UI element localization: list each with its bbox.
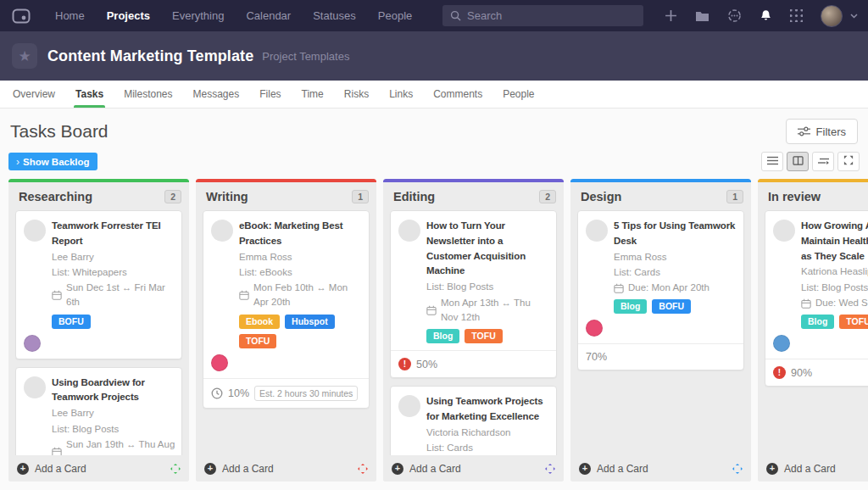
tag-hubspot[interactable]: Hubspot bbox=[285, 315, 335, 329]
board-column-writing: Writing1eBook: Marketing Best PracticesE… bbox=[196, 179, 376, 482]
tasks-board: Researching2Teamwork Forrester TEI Repor… bbox=[8, 179, 860, 482]
title-row: Tasks Board Filters bbox=[8, 115, 860, 144]
nav-item-calendar[interactable]: Calendar bbox=[235, 0, 302, 31]
nav-item-home[interactable]: Home bbox=[44, 0, 96, 31]
tab-files[interactable]: Files bbox=[249, 81, 291, 108]
main-nav: HomeProjectsEverythingCalendarStatusesPe… bbox=[44, 0, 423, 31]
tab-overview[interactable]: Overview bbox=[3, 81, 65, 108]
assignee-placeholder-avatar bbox=[773, 220, 795, 242]
task-card[interactable]: How Growing Agencies Maintain Healthy Ma… bbox=[765, 210, 868, 387]
filters-button[interactable]: Filters bbox=[786, 119, 858, 144]
plus-icon[interactable] bbox=[665, 9, 677, 22]
nav-item-projects[interactable]: Projects bbox=[96, 0, 161, 31]
top-nav: HomeProjectsEverythingCalendarStatusesPe… bbox=[0, 0, 868, 31]
card-dates-text: Due: Wed Sep 30th bbox=[815, 296, 868, 310]
task-card[interactable]: eBook: Marketing Best PracticesEmma Ross… bbox=[203, 210, 370, 409]
task-card[interactable]: 5 Tips for Using Teamwork DeskEmma RossL… bbox=[577, 210, 744, 370]
tag-tofu[interactable]: TOFU bbox=[239, 334, 276, 348]
task-card[interactable]: Teamwork Forrester TEI ReportLee BarryLi… bbox=[15, 210, 182, 359]
card-dates: Sun Dec 1st ↔ Fri Mar 6th bbox=[52, 281, 175, 310]
project-title: Content Marketing Template bbox=[47, 47, 253, 65]
column-header: Researching2 bbox=[8, 182, 189, 210]
user-avatar[interactable] bbox=[821, 5, 843, 27]
search-input[interactable] bbox=[467, 9, 636, 22]
folder-icon[interactable] bbox=[695, 10, 709, 22]
task-card[interactable]: Using Teamwork Projects for Marketing Ex… bbox=[390, 386, 557, 455]
card-body: Using Boardview for Teamwork ProjectsLee… bbox=[52, 376, 175, 455]
alert-icon: ! bbox=[773, 366, 786, 379]
card-dates: Due: Mon Apr 20th bbox=[614, 281, 737, 295]
tag-blog[interactable]: Blog bbox=[614, 299, 647, 314]
content-area: Tasks Board Filters › Show Backlog Resea… bbox=[0, 109, 868, 482]
progress-percent: 70% bbox=[586, 351, 607, 363]
tab-comments[interactable]: Comments bbox=[423, 81, 492, 108]
column-footer: +Add a Card bbox=[8, 455, 189, 482]
nav-item-everything[interactable]: Everything bbox=[161, 0, 235, 31]
calendar-icon bbox=[426, 305, 437, 315]
tag-blog[interactable]: Blog bbox=[426, 329, 459, 343]
task-card[interactable]: Using Boardview for Teamwork ProjectsLee… bbox=[15, 367, 182, 455]
tag-tofu[interactable]: TOFU bbox=[839, 315, 868, 329]
add-card-label: Add a Card bbox=[222, 463, 274, 475]
card-dates-text: Sun Jan 19th ↔ Thu Aug 13th bbox=[66, 437, 175, 455]
card-tags: BOFU bbox=[52, 315, 175, 329]
card-title: How to Turn Your Newsletter into a Custo… bbox=[426, 219, 550, 279]
tag-bofu[interactable]: BOFU bbox=[52, 315, 91, 329]
tag-tofu[interactable]: TOFU bbox=[465, 329, 502, 343]
column-count-badge: 1 bbox=[726, 190, 743, 203]
calendar-icon bbox=[239, 290, 249, 300]
board-column-in-review: In reviewHow Growing Agencies Maintain H… bbox=[758, 179, 868, 482]
column-footer: +Add a Card bbox=[758, 455, 868, 482]
column-title: Writing bbox=[206, 190, 248, 203]
card-title: Teamwork Forrester TEI Report bbox=[52, 219, 175, 249]
tag-blog[interactable]: Blog bbox=[801, 315, 834, 329]
progress-percent: 90% bbox=[791, 367, 812, 379]
move-column-icon[interactable] bbox=[170, 464, 181, 474]
move-column-icon[interactable] bbox=[545, 464, 555, 474]
assignee-placeholder-avatar bbox=[24, 376, 46, 398]
apps-grid-icon[interactable] bbox=[790, 9, 803, 22]
chevron-down-icon[interactable] bbox=[850, 14, 858, 19]
move-column-icon[interactable] bbox=[732, 464, 743, 474]
column-footer: +Add a Card bbox=[570, 455, 751, 482]
card-title: How Growing Agencies Maintain Healthy Ma… bbox=[801, 219, 868, 264]
card-tags: BlogTOFU bbox=[801, 315, 868, 329]
board-view-button[interactable] bbox=[787, 152, 809, 171]
list-view-button[interactable] bbox=[761, 152, 783, 171]
assignee-placeholder-avatar bbox=[398, 220, 420, 242]
add-card-button[interactable]: +Add a Card bbox=[204, 463, 274, 475]
calendar-icon bbox=[52, 447, 62, 455]
chat-icon[interactable] bbox=[727, 8, 742, 23]
global-search[interactable] bbox=[442, 5, 643, 26]
gantt-view-button[interactable] bbox=[812, 152, 834, 171]
tab-risks[interactable]: Risks bbox=[334, 81, 379, 108]
add-card-button[interactable]: +Add a Card bbox=[392, 463, 461, 475]
tag-ebook[interactable]: Ebook bbox=[239, 315, 280, 329]
nav-item-people[interactable]: People bbox=[367, 0, 423, 31]
tab-links[interactable]: Links bbox=[379, 81, 423, 108]
task-card[interactable]: How to Turn Your Newsletter into a Custo… bbox=[390, 210, 557, 378]
tab-messages[interactable]: Messages bbox=[183, 81, 250, 108]
tab-time[interactable]: Time bbox=[292, 81, 334, 108]
card-body: Teamwork Forrester TEI ReportLee BarryLi… bbox=[52, 219, 175, 329]
card-dates: Sun Jan 19th ↔ Thu Aug 13th bbox=[52, 437, 175, 455]
teamwork-logo-icon[interactable] bbox=[10, 5, 32, 27]
add-card-button[interactable]: +Add a Card bbox=[579, 463, 648, 475]
project-star-icon[interactable]: ★ bbox=[12, 43, 37, 69]
card-title: eBook: Marketing Best Practices bbox=[239, 219, 363, 249]
card-assignee: Katriona Heaslip bbox=[801, 264, 868, 279]
nav-item-statuses[interactable]: Statuses bbox=[302, 0, 367, 31]
tag-bofu[interactable]: BOFU bbox=[652, 299, 691, 314]
plus-circle-icon: + bbox=[766, 463, 778, 475]
tab-tasks[interactable]: Tasks bbox=[65, 81, 114, 108]
tab-people[interactable]: People bbox=[492, 81, 544, 108]
card-list-name: List: Blog Posts bbox=[426, 280, 550, 294]
fullscreen-button[interactable] bbox=[837, 152, 860, 171]
show-backlog-button[interactable]: › Show Backlog bbox=[8, 153, 97, 170]
bell-icon[interactable] bbox=[760, 9, 772, 23]
add-card-button[interactable]: +Add a Card bbox=[766, 463, 836, 475]
tab-milestones[interactable]: Milestones bbox=[114, 81, 182, 108]
add-card-button[interactable]: +Add a Card bbox=[17, 463, 86, 475]
calendar-icon bbox=[614, 283, 624, 293]
move-column-icon[interactable] bbox=[358, 464, 368, 474]
